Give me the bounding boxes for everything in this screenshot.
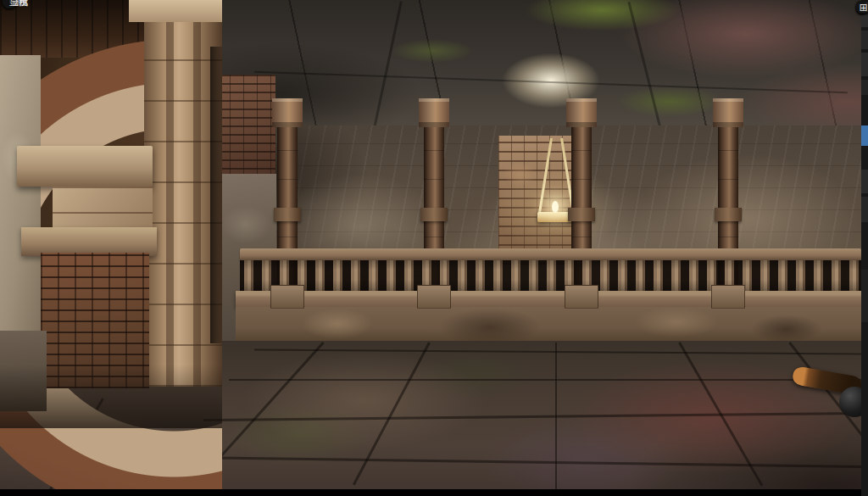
sidebar-tab[interactable]	[861, 31, 868, 49]
show-flags-dropdown[interactable]: 显示	[3, 0, 16, 8]
sidebar-tab[interactable]	[861, 80, 868, 95]
right-sidebar-strip[interactable]	[861, 0, 868, 496]
sidebar-tab[interactable]	[861, 270, 868, 322]
sidebar-tab[interactable]	[861, 170, 868, 193]
quad-view-icon: ⊞	[859, 3, 867, 13]
show-label: 显示	[9, 0, 28, 8]
cinematic-letterbox	[0, 489, 868, 496]
viewport-vignette	[0, 0, 868, 496]
level-viewport[interactable]: 透视 光照 显示 控制Actor：CineCameraActor0	[0, 0, 868, 496]
sidebar-tab[interactable]	[861, 53, 868, 76]
maximize-viewport-button[interactable]: ⊞	[856, 1, 868, 14]
sidebar-tab[interactable]	[861, 197, 868, 222]
sidebar-tab-active[interactable]	[861, 125, 868, 146]
